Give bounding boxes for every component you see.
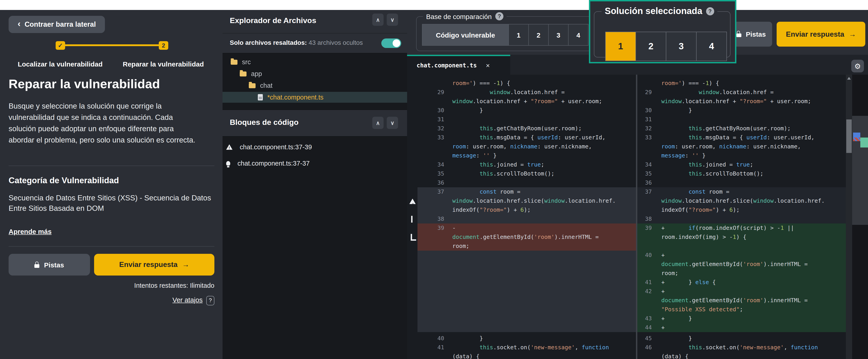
code-text: + } (661, 314, 692, 323)
shortcuts-row: Ver atajos? (9, 296, 214, 305)
solution-option-4[interactable]: 4 (696, 32, 726, 61)
view-shortcuts-link[interactable]: Ver atajos (173, 296, 203, 304)
code-line (637, 242, 846, 251)
submit-answer-button[interactable]: Enviar respuesta → (94, 254, 214, 275)
code-line: room=') === -1) { (407, 79, 636, 88)
hints-label: Pistas (746, 30, 766, 38)
code-line: 36 (407, 178, 636, 187)
tree-item-src[interactable]: src (222, 57, 415, 67)
scrollbar-thumb[interactable] (846, 119, 852, 153)
hints-label: Pistas (44, 261, 64, 269)
divider (9, 246, 214, 246)
code-text: const room = (452, 187, 520, 196)
comparison-option-3[interactable]: 3 (548, 24, 568, 45)
overview-viewport[interactable] (852, 116, 868, 225)
code-text: window.location.href.slice(window.locati… (452, 196, 616, 205)
overview-marker-removed (853, 138, 861, 141)
line-number: 45 (637, 334, 652, 343)
line-number: 40 (425, 334, 444, 343)
code-text: indexOf("?room=") + 6); (661, 205, 740, 214)
folder-icon (240, 71, 247, 76)
code-text: this.socket.on('new-message', function (452, 343, 609, 352)
learn-more-link[interactable]: Aprende más (9, 228, 52, 235)
line-number: 37 (637, 187, 652, 196)
tab-label: chat.component.ts (416, 62, 477, 69)
arrow-right-icon: → (182, 261, 189, 269)
selected-solution-legend: Solución seleccionada ? (601, 6, 717, 16)
help-icon[interactable]: ? (706, 7, 714, 15)
code-line: document.getElementById('room').innerHTM… (637, 296, 846, 305)
code-line: indexOf("?room=") + 6); (637, 205, 846, 214)
lock-icon (736, 33, 741, 37)
line-number: 38 (637, 214, 652, 223)
folder-icon (249, 83, 255, 88)
close-icon[interactable]: × (486, 62, 490, 69)
code-block-item[interactable]: !chat.component.ts:37-39 (222, 141, 407, 153)
code-line: window.location.href.slice(window.locati… (637, 196, 846, 205)
code-line (407, 260, 636, 269)
hints-button[interactable]: Pistas (9, 254, 90, 275)
submit-answer-button-top[interactable]: Enviar respuesta → (777, 22, 865, 47)
comparison-option-1[interactable]: 1 (508, 24, 528, 45)
tree-item-chat[interactable]: chat (222, 80, 433, 91)
code-line: 37 const room = (407, 187, 636, 196)
editor-settings-button[interactable]: ⚙ (851, 60, 864, 72)
vertical-scrollbar[interactable] (846, 74, 852, 359)
code-text: } (661, 106, 692, 115)
solution-option-2[interactable]: 2 (636, 32, 666, 61)
line-number: 46 (637, 343, 652, 352)
diff-band-hl (417, 278, 636, 287)
tree-item-app[interactable]: app (222, 68, 424, 79)
diff-band-hl (417, 187, 636, 196)
line-number: 29 (425, 88, 444, 97)
highlighted-files-toggle[interactable] (381, 38, 401, 48)
code-line: 46 this.socket.on('new-message', functio… (637, 343, 846, 352)
scroll-up-icon[interactable] (847, 77, 851, 80)
comparison-option-0[interactable]: Código vulnerable (423, 24, 508, 45)
code-line: 36 (637, 178, 846, 187)
line-number: 42 (637, 287, 652, 296)
code-text: this.joined = true; (452, 160, 544, 169)
blocks-prev-button[interactable]: ∧ (372, 117, 383, 129)
task-description: Busque y seleccione la solución que corr… (9, 100, 196, 146)
step-2-current[interactable]: 2 (159, 41, 168, 50)
explorer-prev-button[interactable]: ∧ (372, 13, 383, 26)
code-text: } (452, 106, 483, 115)
comparison-base-legend: Base de comparación ? (423, 12, 506, 20)
code-text: const room = (661, 187, 730, 196)
code-line: 39- (407, 223, 636, 233)
comparison-option-2[interactable]: 2 (528, 24, 548, 45)
help-icon[interactable]: ? (495, 12, 503, 20)
line-number: 32 (637, 124, 652, 133)
line-number: 34 (425, 160, 444, 169)
diff-band-hl (417, 296, 636, 305)
filter-label: Solo archivos resaltados: 43 archivos oc… (230, 39, 363, 46)
code-line: 31 (637, 115, 846, 124)
code-line: !window.location.href.slice(window.locat… (407, 196, 636, 205)
line-number: 30 (425, 106, 444, 115)
code-text: window.location.href + "?room=" + user.r… (452, 97, 602, 106)
step-1-done[interactable]: ✓ (56, 41, 65, 50)
code-line: 41 this.socket.on('new-message', functio… (407, 343, 636, 352)
explorer-title: Explorador de Archivos (230, 16, 316, 25)
code-text: room=') === -1) { (661, 79, 719, 88)
shortcuts-help-icon[interactable]: ? (206, 296, 214, 305)
solution-option-1[interactable]: 1 (606, 32, 636, 61)
blocks-next-button[interactable]: ∨ (387, 117, 398, 129)
line-number: 29 (637, 88, 652, 97)
chevron-down-icon: ∨ (390, 17, 395, 23)
code-line: window.location.href + "?room=" + user.r… (637, 97, 846, 106)
code-text: window.location.href = (452, 88, 565, 97)
code-line: (data) { (407, 352, 636, 359)
diff-band-hl (417, 323, 636, 332)
code-text: (data) { (661, 352, 688, 359)
explorer-next-button[interactable]: ∨ (387, 13, 398, 26)
comparison-option-4[interactable]: 4 (568, 24, 588, 45)
collapse-sidebar-button[interactable]: ‹ Contraer barra lateral (9, 16, 105, 33)
solution-option-3[interactable]: 3 (666, 32, 696, 61)
code-line: 38 (637, 214, 846, 223)
collapse-sidebar-label: Contraer barra lateral (25, 20, 96, 29)
tab-chat-component[interactable]: chat.component.ts × (407, 55, 510, 74)
line-number: 36 (425, 178, 444, 187)
code-block-item[interactable]: chat.component.ts:37-37 (222, 157, 407, 169)
